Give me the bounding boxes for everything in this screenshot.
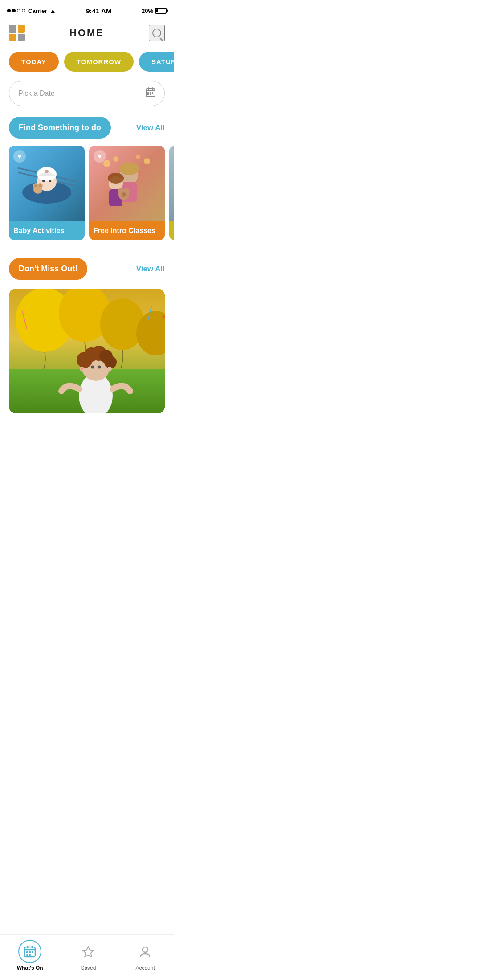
best-of-card[interactable]: ♥ [169, 146, 174, 240]
calendar-icon [146, 87, 155, 99]
svg-point-20 [34, 184, 37, 187]
svg-point-69 [107, 367, 112, 371]
today-button[interactable]: TODAY [9, 52, 59, 72]
dont-miss-label: Don't Miss Out! [9, 258, 87, 280]
best-of-image: ♥ [169, 146, 174, 221]
feature-illustration [9, 289, 165, 413]
svg-rect-8 [150, 94, 151, 95]
svg-point-65 [104, 356, 117, 368]
battery-icon [155, 8, 167, 14]
date-picker-placeholder: Pick a Date [18, 90, 55, 98]
svg-rect-7 [147, 94, 149, 95]
svg-point-67 [98, 366, 101, 369]
svg-point-66 [91, 366, 94, 369]
page-title: HOME [69, 27, 104, 39]
svg-point-16 [49, 180, 51, 182]
svg-rect-6 [152, 92, 153, 94]
feature-image [9, 289, 165, 413]
svg-point-23 [113, 156, 118, 162]
wifi-icon: ▲ [50, 7, 56, 14]
svg-point-21 [39, 184, 41, 187]
svg-point-24 [144, 158, 150, 164]
find-section-header: Find Something to do View All [0, 113, 174, 144]
status-left: Carrier ▲ [7, 7, 56, 14]
app-logo-icon [9, 25, 25, 41]
status-right: 20% [142, 8, 167, 14]
carrier-label: Carrier [28, 8, 47, 14]
free-intro-image: ♥ [89, 146, 165, 221]
tomorrow-button[interactable]: TOMORROW [64, 52, 134, 72]
dont-miss-view-all-button[interactable]: View All [136, 265, 165, 274]
dont-miss-header: Don't Miss Out! View All [0, 254, 174, 285]
best-of-label: Best of [169, 221, 174, 240]
date-picker-container: Pick a Date [0, 79, 174, 113]
status-bar: Carrier ▲ 9:41 AM 20% [0, 0, 174, 20]
status-time: 9:41 AM [86, 7, 111, 15]
day-filter-bar: TODAY TOMORROW SATURDAY SUNDAY [0, 48, 174, 79]
svg-point-70 [81, 368, 83, 370]
baby-activities-label: Baby Activities [9, 221, 85, 240]
find-section-label: Find Something to do [9, 117, 111, 139]
svg-point-14 [45, 170, 49, 173]
svg-point-36 [122, 192, 126, 197]
free-intro-card[interactable]: ♥ [89, 146, 165, 240]
svg-point-15 [42, 180, 45, 182]
svg-point-31 [108, 173, 124, 184]
svg-point-22 [103, 160, 110, 167]
svg-rect-5 [150, 92, 151, 94]
app-header: HOME [0, 20, 174, 48]
search-button[interactable] [149, 25, 165, 41]
activity-cards-list: ♥ [0, 144, 174, 251]
baby-activities-card[interactable]: ♥ [9, 146, 85, 240]
battery-percent: 20% [142, 8, 153, 14]
feature-image-wrap[interactable] [9, 289, 165, 413]
signal-icon [7, 9, 25, 12]
baby-favorite-button[interactable]: ♥ [13, 150, 26, 163]
svg-rect-4 [147, 92, 149, 94]
svg-point-25 [136, 155, 140, 159]
saturday-button[interactable]: SATURDAY [139, 52, 174, 72]
date-picker[interactable]: Pick a Date [9, 81, 165, 106]
best-illustration [169, 150, 174, 217]
search-icon [152, 29, 161, 37]
dont-miss-section: Don't Miss Out! View All [0, 251, 174, 413]
intro-favorite-button[interactable]: ♥ [94, 150, 106, 163]
baby-activities-image: ♥ [9, 146, 85, 221]
svg-point-28 [119, 163, 139, 175]
find-view-all-button[interactable]: View All [136, 123, 165, 132]
free-intro-label: Free Intro Classes [89, 221, 165, 240]
